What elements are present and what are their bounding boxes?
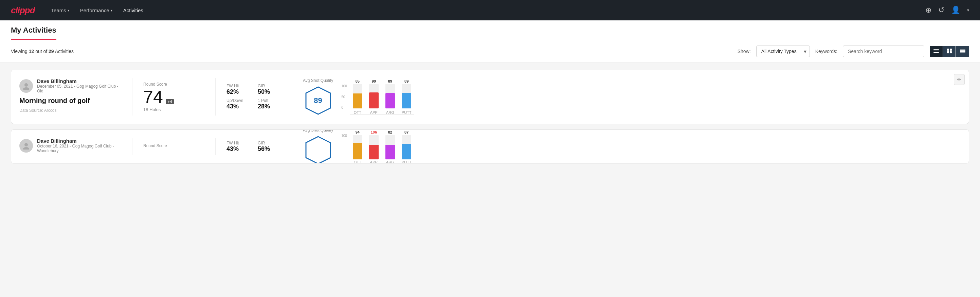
viewing-info: Viewing 12 out of 29 Activities [11, 49, 732, 54]
activity-type-select-wrapper[interactable]: All Activity Types [756, 46, 810, 57]
holes-text: 18 Holes [143, 107, 204, 112]
metric-name-gir-2: GIR [258, 141, 281, 145]
bar-label-arg: ARG [386, 110, 394, 115]
metric-fw-hit: FW Hit 62% [226, 84, 250, 96]
bar-label-ott: OTT [354, 110, 361, 115]
y-axis-100-2: 100 [341, 134, 347, 137]
bar-label-arg-2: ARG [386, 160, 394, 163]
bar-chart-container: 100 50 0 85 OTT [341, 79, 961, 115]
divider3 [292, 78, 292, 115]
svg-rect-8 [960, 50, 966, 51]
score-section-2: Round Score [143, 138, 204, 155]
logo[interactable]: clippd [11, 5, 35, 16]
bar-label-putt: PUTT [402, 110, 412, 115]
bar-value-app: 90 [372, 79, 376, 83]
metric-name: GIR [258, 84, 281, 88]
svg-rect-7 [960, 49, 966, 50]
divider [132, 78, 132, 115]
bar-fill-app [369, 93, 379, 109]
metric-value: 28% [258, 103, 281, 110]
bar-fill-putt [402, 93, 411, 109]
bar-value-putt: 89 [404, 79, 409, 83]
bar-label-app: APP [370, 110, 378, 115]
activity-card-2: Dave Billingham October 16, 2021 - Gog M… [11, 129, 969, 163]
quality-section-2: Avg Shot Quality 100 94 [303, 138, 961, 155]
bar-arg-2: 82 ARG [385, 130, 395, 163]
round-score-label: Round Score [143, 82, 204, 87]
bar-ott: 85 OTT [353, 79, 362, 115]
big-score: 74 [143, 88, 163, 106]
nav-performance[interactable]: Performance ▾ [80, 6, 112, 14]
nav-action-icons: ⊕ ↺ 👤 ▾ [925, 6, 969, 14]
bar-value-arg-2: 82 [388, 130, 392, 134]
svg-rect-0 [934, 49, 939, 50]
bar-fill-putt-2 [402, 144, 411, 160]
score-section: Round Score 74 +4 18 Holes [143, 78, 204, 115]
shot-quality-hex-2: Avg Shot Quality [303, 129, 333, 163]
user-avatar-icon[interactable]: 👤 [951, 6, 960, 14]
bar-fill-arg [385, 93, 395, 109]
svg-rect-10 [960, 53, 966, 53]
score-badge: +4 [166, 99, 174, 104]
bar-label-ott-2: OTT [354, 160, 361, 163]
navbar: clippd Teams ▾ Performance ▾ Activities … [0, 0, 980, 21]
nav-teams[interactable]: Teams ▾ [51, 6, 69, 14]
bar-label-app-2: APP [370, 160, 378, 163]
card-left-info-2: Dave Billingham October 16, 2021 - Gog M… [19, 138, 121, 155]
svg-rect-1 [934, 51, 939, 51]
svg-rect-5 [947, 51, 949, 53]
svg-rect-4 [950, 49, 952, 51]
teams-chevron-icon: ▾ [68, 8, 69, 12]
bar-chart-container-2: 100 94 OTT 106 [341, 129, 961, 163]
quality-section: Avg Shot Quality 89 100 50 0 [303, 78, 961, 115]
activity-date-2: October 16, 2021 - Gog Magog Golf Club -… [37, 144, 121, 153]
metric-value-gir-2: 56% [258, 145, 281, 153]
keyword-input[interactable] [843, 46, 924, 57]
page-title: My Activities [11, 26, 56, 40]
hex-wrapper-2 [305, 135, 332, 163]
svg-point-11 [24, 83, 28, 87]
bar-fill-arg-2 [385, 145, 395, 160]
svg-rect-9 [960, 51, 966, 52]
activities-list: ✏ Dave Billingham December 05, 2021 - Go… [0, 63, 980, 170]
grid-view-button[interactable] [943, 46, 956, 57]
y-axis-0: 0 [341, 106, 347, 109]
metric-updown: Up/Down 43% [226, 98, 250, 110]
user-row-2: Dave Billingham October 16, 2021 - Gog M… [19, 138, 121, 153]
avatar-chevron-icon[interactable]: ▾ [967, 8, 969, 13]
svg-rect-2 [934, 52, 939, 53]
bar-fill-ott [353, 93, 362, 109]
shot-quality-hex: Avg Shot Quality 89 [303, 78, 333, 115]
activity-title: Morning round of golf [19, 97, 121, 105]
bar-fill-app-2 [369, 145, 379, 160]
metric-name-2: FW Hit [226, 141, 250, 145]
compact-view-button[interactable] [956, 46, 969, 57]
edit-button[interactable]: ✏ [954, 74, 965, 85]
view-toggle [930, 46, 969, 57]
keywords-label: Keywords: [815, 49, 837, 54]
hex-score: 89 [314, 96, 322, 105]
metric-name: FW Hit [226, 84, 250, 88]
data-source: Data Source: Arccos [19, 108, 121, 113]
show-label: Show: [738, 49, 751, 54]
activity-type-select[interactable]: All Activity Types [756, 46, 810, 57]
refresh-icon[interactable]: ↺ [938, 6, 944, 14]
metric-gir-2: GIR 56% [258, 141, 281, 153]
svg-point-14 [24, 143, 28, 147]
nav-activities[interactable]: Activities [123, 6, 143, 14]
avg-quality-label: Avg Shot Quality [303, 78, 333, 83]
bar-label-putt-2: PUTT [402, 160, 412, 163]
filter-bar: Viewing 12 out of 29 Activities Show: Al… [0, 40, 980, 63]
activity-card: ✏ Dave Billingham December 05, 2021 - Go… [11, 70, 969, 124]
metric-name: Up/Down [226, 98, 250, 103]
metric-value-2: 43% [226, 145, 250, 153]
user-name: Dave Billingham [37, 78, 121, 84]
bar-value-ott: 85 [356, 79, 360, 83]
list-view-button[interactable] [930, 46, 943, 57]
y-axis-50: 50 [341, 95, 347, 99]
svg-marker-16 [306, 137, 330, 163]
svg-rect-3 [947, 49, 949, 51]
bar-putt-2: 87 PUTT [402, 130, 412, 163]
bar-value-app-2: 106 [371, 130, 377, 134]
add-icon[interactable]: ⊕ [925, 6, 931, 14]
